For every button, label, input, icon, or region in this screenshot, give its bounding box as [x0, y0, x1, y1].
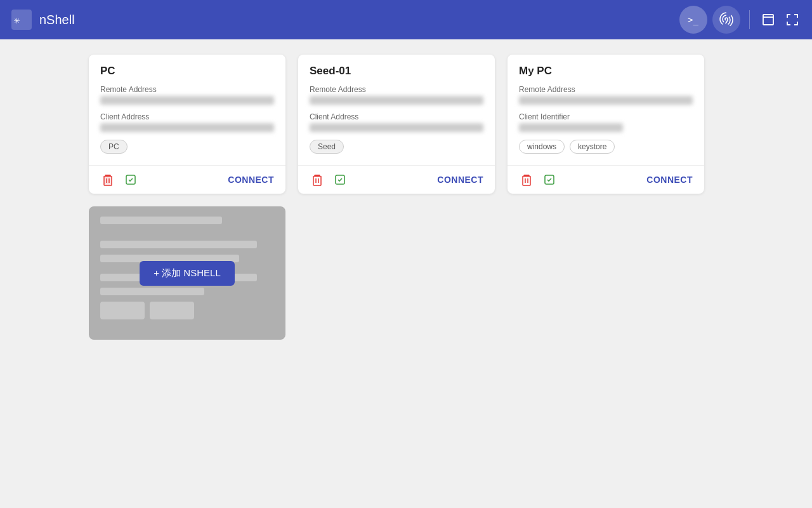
svg-text:>_: >_ — [688, 15, 698, 25]
app-title: nShell — [39, 13, 75, 27]
card-pc-tag-0: PC — [100, 140, 128, 154]
card-mypc: My PC Remote Address Client Identifier w… — [508, 55, 704, 194]
placeholder-line-2 — [100, 241, 257, 248]
placeholder-line-1 — [100, 217, 222, 224]
placeholder-btn-1 — [100, 302, 145, 319]
card-mypc-tags: windows keystore — [519, 140, 693, 154]
card-pc-client-value — [100, 123, 274, 132]
card-seed01-tags: Seed — [310, 140, 483, 154]
fullscreen-button[interactable] — [783, 10, 802, 29]
card-seed01-client-value — [310, 123, 483, 132]
placeholder-row — [100, 302, 274, 319]
main-content: PC Remote Address Client Address PC — [0, 39, 812, 355]
card-mypc-remote-label: Remote Address — [519, 85, 693, 94]
card-pc-footer: CONNECT — [89, 165, 285, 194]
app-header: ✳ nShell >_ — [0, 0, 812, 39]
card-seed01-remote-label: Remote Address — [310, 85, 483, 94]
card-seed01-remote-value — [310, 96, 483, 105]
card-seed01-footer: CONNECT — [298, 165, 495, 194]
card-pc-connect-button[interactable]: CONNECT — [228, 175, 274, 185]
card-mypc-body: My PC Remote Address Client Identifier w… — [508, 55, 704, 165]
header-right: >_ — [679, 6, 802, 34]
card-seed01-delete-button[interactable] — [310, 172, 325, 187]
card-pc-remote-label: Remote Address — [100, 85, 274, 94]
card-mypc-tag-0: windows — [519, 140, 565, 154]
card-seed01: Seed-01 Remote Address Client Address Se… — [298, 55, 495, 194]
card-pc-actions — [100, 172, 138, 187]
card-seed01-title: Seed-01 — [310, 65, 483, 77]
card-pc-edit-button[interactable] — [123, 172, 138, 187]
card-seed01-connect-button[interactable]: CONNECT — [437, 175, 483, 185]
card-pc-tags: PC — [100, 140, 274, 154]
card-seed01-tag-0: Seed — [310, 140, 344, 154]
card-pc-remote-value — [100, 96, 274, 105]
card-seed01-actions — [310, 172, 348, 187]
placeholder-line-5 — [100, 288, 204, 295]
card-seed01-client-label: Client Address — [310, 112, 483, 121]
app-logo: ✳ — [10, 8, 33, 31]
card-mypc-remote-value — [519, 96, 693, 105]
card-pc-title: PC — [100, 65, 274, 77]
card-seed01-body: Seed-01 Remote Address Client Address Se… — [298, 55, 495, 165]
card-seed01-edit-button[interactable] — [332, 172, 348, 187]
card-mypc-actions — [519, 172, 557, 187]
card-pc-client-label: Client Address — [100, 112, 274, 121]
placeholder-btn-2 — [150, 302, 194, 319]
card-pc-delete-button[interactable] — [100, 172, 115, 187]
card-mypc-footer: CONNECT — [508, 165, 704, 194]
card-mypc-delete-button[interactable] — [519, 172, 534, 187]
window-button[interactable] — [759, 10, 778, 29]
svg-rect-5 — [104, 177, 112, 185]
card-mypc-edit-button[interactable] — [542, 172, 557, 187]
header-divider — [749, 10, 750, 29]
card-pc-body: PC Remote Address Client Address PC — [89, 55, 285, 165]
card-mypc-client-label: Client Identifier — [519, 112, 693, 121]
fingerprint-button[interactable] — [712, 6, 740, 34]
card-pc: PC Remote Address Client Address PC — [89, 55, 285, 194]
header-left: ✳ nShell — [10, 8, 75, 31]
card-mypc-connect-button[interactable]: CONNECT — [646, 175, 693, 185]
add-card: + 添加 NSHELL — [89, 206, 285, 340]
card-mypc-tag-1: keystore — [570, 140, 615, 154]
terminal-button[interactable]: >_ — [679, 6, 707, 34]
svg-text:✳: ✳ — [14, 14, 20, 26]
card-mypc-client-value — [519, 123, 623, 132]
svg-rect-3 — [763, 15, 773, 25]
card-mypc-title: My PC — [519, 65, 693, 77]
add-nshell-button[interactable]: + 添加 NSHELL — [140, 261, 234, 286]
